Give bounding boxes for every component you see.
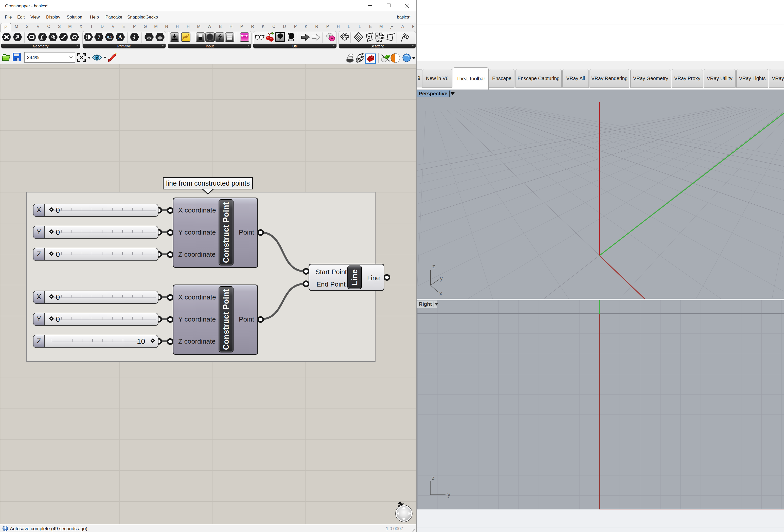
svg-text:z: z (432, 263, 435, 270)
svg-text:y: y (440, 275, 443, 281)
svg-text:z: z (432, 475, 435, 481)
svg-text:y: y (448, 492, 450, 498)
svg-text:x: x (440, 290, 442, 297)
